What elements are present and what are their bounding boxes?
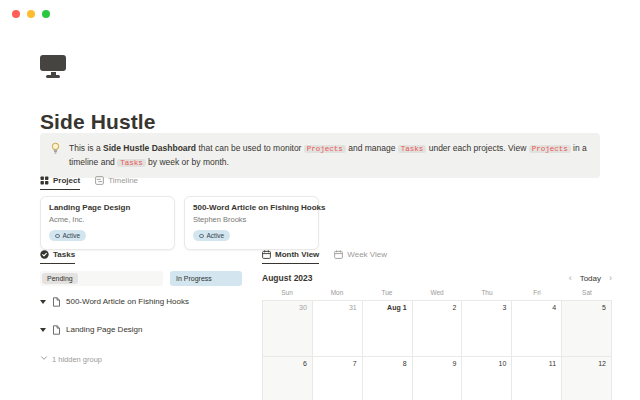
callout-text-segment: that can be used to monitor — [196, 143, 304, 153]
calendar-month-label: August 2023 — [262, 273, 313, 283]
day-number: 5 — [602, 304, 606, 311]
day-number: 4 — [552, 304, 556, 311]
project-view-tabs: Project Timeline — [40, 176, 138, 190]
project-card-title: 500-Word Article on Fishing Hooks — [193, 203, 310, 212]
page-title: Side Hustle — [40, 110, 155, 134]
day-number: 8 — [403, 360, 407, 367]
zoom-button[interactable] — [42, 10, 50, 18]
chevron-right-icon[interactable]: › — [609, 274, 612, 283]
today-button[interactable]: Today — [580, 274, 601, 283]
hidden-group-label: 1 hidden group — [52, 355, 102, 364]
toggle-triangle-icon[interactable] — [40, 328, 46, 332]
calendar-section: Month View Week View August 2023 ‹ Today… — [262, 250, 612, 400]
callout-text-segment: under each projects. View — [426, 143, 528, 153]
tab-label: Week View — [347, 250, 387, 259]
tab-month-view[interactable]: Month View — [262, 250, 319, 264]
weekday-label: Wed — [412, 289, 462, 298]
tab-tasks[interactable]: Tasks — [40, 250, 75, 264]
window-controls — [12, 10, 50, 18]
page-icon — [52, 325, 61, 335]
lightbulb-icon — [50, 142, 61, 170]
task-group-label: 500-Word Article on Fishing Hooks — [66, 297, 189, 306]
calendar-day-cell[interactable]: 11 — [512, 357, 562, 400]
callout-text-segment: Side Hustle Dashboard — [103, 143, 196, 153]
inline-code: Tasks — [398, 145, 427, 153]
status-chip-pending: Pending — [42, 273, 78, 284]
callout-text: This is a Side Hustle Dashboard that can… — [69, 141, 590, 170]
project-card-client: Acme, Inc. — [49, 215, 166, 224]
column-in-progress: In Progress — [170, 271, 242, 286]
minimize-button[interactable] — [27, 10, 35, 18]
weekday-label: Tue — [362, 289, 412, 298]
weekday-header: SunMonTueWedThuFriSat — [262, 289, 612, 298]
project-card-title: Landing Page Design — [49, 203, 166, 212]
page-icon — [52, 297, 61, 307]
inline-code: Projects — [304, 145, 346, 153]
day-number: 6 — [303, 360, 307, 367]
gallery-icon — [40, 176, 49, 185]
day-number: 9 — [453, 360, 457, 367]
calendar-day-cell[interactable]: 12 — [562, 357, 612, 400]
calendar-day-cell[interactable]: 8 — [363, 357, 413, 400]
calendar-day-cell[interactable]: 4 — [512, 301, 562, 357]
inline-code: Tasks — [117, 159, 146, 167]
tab-label: Month View — [275, 250, 319, 259]
tasks-section: Tasks Pending In Progress 500-Word Artic… — [40, 250, 245, 364]
status-badge: Active — [193, 230, 230, 241]
status-chip-in-progress: In Progress — [176, 275, 212, 282]
calendar-day-cell[interactable]: 6 — [263, 357, 313, 400]
calendar-day-cell[interactable]: Aug 1 — [363, 301, 413, 357]
day-number: Aug 1 — [387, 304, 406, 311]
tab-project[interactable]: Project — [40, 176, 80, 190]
chevron-left-icon[interactable]: ‹ — [569, 274, 572, 283]
tab-label: Tasks — [53, 250, 75, 259]
column-pending: Pending — [40, 271, 163, 286]
tab-timeline[interactable]: Timeline — [95, 176, 138, 190]
calendar-day-cell[interactable]: 7 — [313, 357, 363, 400]
calendar-icon — [262, 250, 271, 259]
day-number: 30 — [299, 304, 307, 311]
close-button[interactable] — [12, 10, 20, 18]
task-group-label: Landing Page Design — [66, 325, 143, 334]
day-number: 31 — [349, 304, 357, 311]
day-number: 7 — [353, 360, 357, 367]
tab-label: Timeline — [108, 176, 138, 185]
calendar-day-cell[interactable]: 30 — [263, 301, 313, 357]
status-dot-icon — [199, 234, 204, 239]
task-group-row[interactable]: Landing Page Design — [40, 324, 245, 335]
calendar-day-cell[interactable]: 10 — [462, 357, 512, 400]
calendar-day-cell[interactable]: 9 — [413, 357, 463, 400]
status-dot-icon — [55, 234, 60, 239]
weekday-label: Mon — [312, 289, 362, 298]
toggle-triangle-icon[interactable] — [40, 300, 46, 304]
day-number: 2 — [453, 304, 457, 311]
task-groups: 500-Word Article on Fishing HooksLanding… — [40, 296, 245, 335]
weekday-label: Thu — [462, 289, 512, 298]
calendar-day-cell[interactable]: 31 — [313, 301, 363, 357]
weekday-label: Sat — [562, 289, 612, 298]
calendar-nav: ‹ Today › — [569, 274, 612, 283]
weekday-label: Fri — [512, 289, 562, 298]
calendar-icon — [334, 250, 343, 259]
tab-week-view[interactable]: Week View — [334, 250, 387, 264]
calendar-day-cell[interactable]: 3 — [462, 301, 512, 357]
monitor-icon — [40, 55, 66, 78]
task-group-row[interactable]: 500-Word Article on Fishing Hooks — [40, 296, 245, 307]
hidden-group-toggle[interactable]: 1 hidden group — [40, 354, 245, 364]
callout: This is a Side Hustle Dashboard that can… — [40, 133, 600, 178]
weekday-label: Sun — [262, 289, 312, 298]
board-column-headers: Pending In Progress — [40, 271, 245, 286]
callout-text-segment: This is a — [69, 143, 103, 153]
day-number: 10 — [498, 360, 506, 367]
calendar-grid: 3031Aug 123456789101112 — [262, 300, 612, 400]
project-cards: Landing Page DesignAcme, Inc.Active500-W… — [40, 196, 319, 250]
day-number: 11 — [549, 360, 556, 367]
calendar-day-cell[interactable]: 2 — [413, 301, 463, 357]
project-card[interactable]: 500-Word Article on Fishing HooksStephen… — [184, 196, 319, 250]
status-badge-label: Active — [207, 232, 225, 239]
day-number: 12 — [598, 360, 606, 367]
calendar-day-cell[interactable]: 5 — [562, 301, 612, 357]
callout-text-segment: and manage — [346, 143, 398, 153]
status-badge-label: Active — [63, 232, 81, 239]
project-card[interactable]: Landing Page DesignAcme, Inc.Active — [40, 196, 175, 250]
